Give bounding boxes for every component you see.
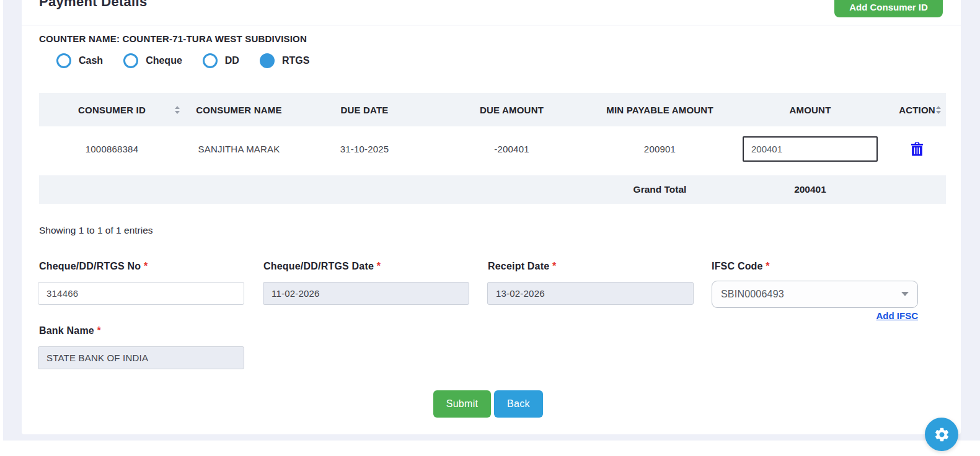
counter-name-label: COUNTER NAME:: [39, 33, 120, 44]
radio-circle-icon: [123, 53, 138, 68]
settings-fab-button[interactable]: [925, 418, 958, 451]
payment-mode-group: Cash Cheque DD RTGS: [56, 53, 309, 68]
radio-dd[interactable]: DD: [203, 53, 239, 68]
radio-dd-label: DD: [225, 55, 239, 66]
radio-cash-label: Cash: [79, 55, 103, 66]
grand-total-label: Grand Total: [588, 175, 732, 204]
sort-arrows-icon: [936, 106, 941, 114]
counter-name-line: COUNTER NAME: COUNTER-71-TURA WEST SUBDI…: [39, 33, 307, 44]
required-asterisk: *: [97, 325, 101, 336]
footer-strip: [0, 441, 980, 456]
receipt-date-label: Receipt Date *: [488, 261, 556, 272]
bank-name-label: Bank Name *: [39, 325, 101, 336]
required-asterisk: *: [552, 261, 556, 271]
cell-min-payable-amount: 200901: [588, 126, 732, 172]
column-header-min-payable: MIN PAYABLE AMOUNT: [588, 93, 732, 126]
radio-rtgs-label: RTGS: [282, 55, 309, 66]
amount-input[interactable]: [743, 136, 878, 162]
cell-due-date: 31-10-2025: [293, 126, 436, 172]
chevron-down-icon: [901, 292, 909, 296]
gear-icon: [934, 426, 950, 443]
cheque-date-input[interactable]: [263, 282, 469, 305]
required-asterisk: *: [377, 261, 381, 271]
grand-total-row: Grand Total 200401: [39, 175, 946, 204]
sort-arrows-icon: [175, 106, 180, 114]
grand-total-value: 200401: [732, 175, 888, 204]
radio-cheque-label: Cheque: [146, 55, 182, 66]
form-actions: Submit Back: [433, 390, 543, 418]
ifsc-selected-value: SBIN0006493: [721, 289, 784, 300]
radio-rtgs[interactable]: RTGS: [260, 53, 309, 68]
radio-circle-selected-icon: [260, 53, 275, 68]
cheque-no-input[interactable]: [38, 282, 244, 305]
cheque-no-label: Cheque/DD/RTGS No *: [39, 261, 148, 272]
column-header-action[interactable]: ACTION: [888, 93, 946, 126]
radio-cheque[interactable]: Cheque: [123, 53, 182, 68]
ifsc-code-label: IFSC Code *: [712, 261, 770, 272]
title-divider: [22, 25, 961, 25]
cell-consumer-id: 1000868384: [39, 126, 185, 172]
column-header-due-amount: DUE AMOUNT: [436, 93, 588, 126]
entries-summary: Showing 1 to 1 of 1 entries: [39, 225, 153, 236]
cell-consumer-name: SANJITHA MARAK: [185, 126, 293, 172]
table-header-row: CONSUMER ID CONSUMER NAME DUE DATE DUE A…: [39, 93, 946, 126]
column-header-amount: AMOUNT: [732, 93, 888, 126]
page-title: Payment Details: [39, 0, 147, 10]
required-asterisk: *: [144, 261, 148, 271]
add-consumer-id-button[interactable]: Add Consumer ID: [834, 0, 943, 17]
radio-circle-icon: [203, 53, 218, 68]
payment-details-page: Payment Details Add Consumer ID COUNTER …: [0, 0, 980, 456]
required-asterisk: *: [766, 261, 769, 271]
back-button[interactable]: Back: [494, 390, 543, 418]
radio-circle-icon: [56, 53, 71, 68]
receipt-date-input[interactable]: [487, 282, 694, 305]
cell-due-amount: -200401: [436, 126, 588, 172]
table-row: 1000868384 SANJITHA MARAK 31-10-2025 -20…: [39, 126, 946, 172]
radio-cash[interactable]: Cash: [56, 53, 103, 68]
counter-name-value: COUNTER-71-TURA WEST SUBDIVISION: [122, 33, 307, 44]
bank-name-input: [38, 346, 244, 369]
column-header-consumer-name: CONSUMER NAME: [185, 93, 293, 126]
delete-row-button[interactable]: [908, 139, 926, 159]
submit-button[interactable]: Submit: [433, 390, 491, 418]
column-header-due-date: DUE DATE: [293, 93, 436, 126]
add-ifsc-link[interactable]: Add IFSC: [712, 310, 918, 321]
cheque-date-label: Cheque/DD/RTGS Date *: [263, 261, 381, 272]
ifsc-select[interactable]: SBIN0006493: [712, 281, 918, 308]
consumer-table: CONSUMER ID CONSUMER NAME DUE DATE DUE A…: [39, 93, 946, 204]
column-header-consumer-id[interactable]: CONSUMER ID: [39, 93, 185, 126]
trash-icon: [911, 142, 924, 156]
